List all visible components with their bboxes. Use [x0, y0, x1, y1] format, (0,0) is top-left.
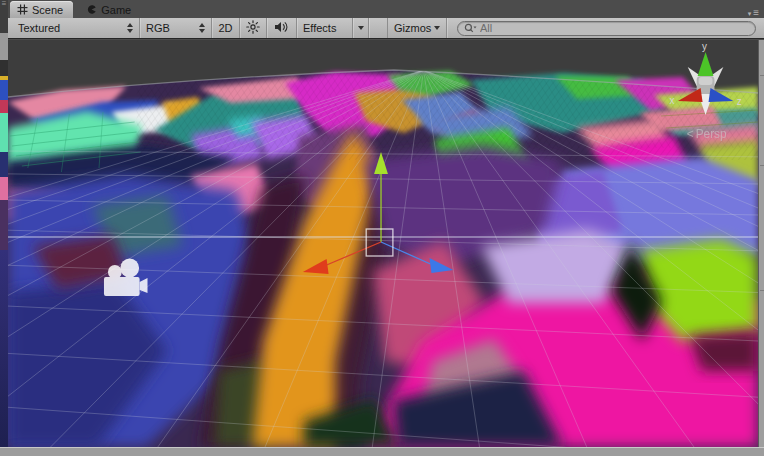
panel-menu-icon: ≡	[753, 9, 759, 17]
toggle-2d-button[interactable]: 2D	[212, 18, 240, 38]
shading-mode-label: Textured	[18, 22, 60, 34]
status-bar	[0, 447, 764, 456]
toggle-2d-label: 2D	[218, 22, 232, 34]
panel-dropdown-icon: ▾	[748, 10, 752, 17]
game-pacman-icon	[86, 4, 97, 15]
effects-dropdown-arrow[interactable]	[353, 18, 369, 38]
right-panel-edge[interactable]	[758, 40, 764, 447]
tab-scene[interactable]: Scene	[10, 1, 73, 18]
effects-button[interactable]: Effects	[297, 18, 353, 38]
render-channel-label: RGB	[146, 22, 170, 34]
shading-mode-dropdown[interactable]: Textured	[12, 18, 140, 38]
adjacent-panel-menu-icon[interactable]: ≡	[0, 0, 8, 8]
toolbar-spacer	[369, 18, 387, 38]
tab-game[interactable]: Game	[79, 1, 141, 18]
projection-toggle[interactable]: < Persp	[687, 127, 727, 141]
search-input[interactable]	[480, 22, 749, 34]
persp-chevron-icon: <	[687, 127, 694, 141]
search-field[interactable]	[457, 21, 756, 36]
projection-label: Persp	[696, 127, 727, 141]
axis-y-label: y	[702, 41, 707, 52]
search-icon	[464, 23, 477, 34]
scene-viewport[interactable]: y x z < Persp	[8, 40, 758, 447]
updown-arrows-icon	[199, 23, 205, 33]
chevron-down-icon	[358, 26, 364, 30]
terrain-polygon	[690, 331, 758, 371]
panel-menu-button[interactable]: ▾ ≡	[748, 9, 759, 17]
tab-bar: Scene Game ▾ ≡	[8, 0, 764, 18]
axis-x-label: x	[669, 95, 674, 106]
search-area	[457, 21, 756, 35]
unity-scene-panel: ≡ Scene Game	[0, 0, 764, 456]
tab-scene-label: Scene	[32, 4, 63, 16]
adjacent-panel-edge: ≡	[0, 0, 8, 456]
scene-lighting-button[interactable]	[240, 18, 267, 38]
adjacent-toolbar-sliver	[0, 33, 8, 60]
sun-icon	[246, 20, 260, 36]
scene-grid-icon	[17, 4, 28, 15]
scene-audio-button[interactable]	[267, 18, 297, 38]
speaker-icon	[274, 21, 289, 35]
chevron-down-icon	[434, 26, 440, 30]
render-channel-dropdown[interactable]: RGB	[140, 18, 212, 38]
axis-z-label: z	[737, 96, 742, 107]
tab-game-label: Game	[101, 4, 131, 16]
gizmos-label: Gizmos	[394, 22, 431, 34]
effects-label: Effects	[303, 22, 336, 34]
scene-canvas[interactable]: y x z < Persp	[8, 40, 758, 447]
gizmos-dropdown[interactable]: Gizmos	[387, 18, 447, 38]
scene-toolbar: Textured RGB 2D	[8, 18, 764, 39]
updown-arrows-icon	[127, 23, 133, 33]
